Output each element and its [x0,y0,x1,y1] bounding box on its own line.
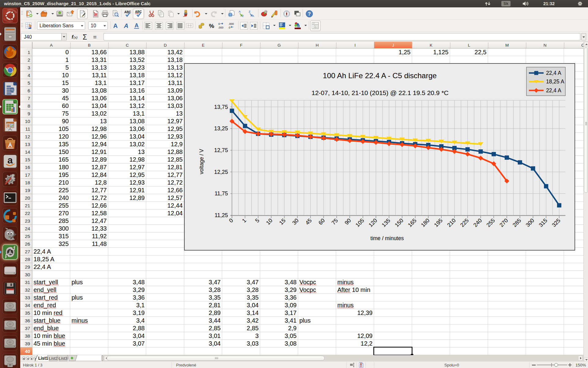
svg-text:10: 10 [62,72,69,79]
svg-text:13,18: 13,18 [129,72,145,79]
svg-text:35: 35 [25,310,30,316]
svg-text:30: 30 [25,272,30,277]
svg-text:18: 18 [25,180,30,185]
svg-text:20: 20 [25,195,30,201]
svg-text:2: 2 [28,57,30,63]
svg-text:List2: List2 [49,356,58,361]
svg-text:22: 22 [25,211,30,216]
svg-text:13,18: 13,18 [167,56,183,63]
svg-text:E: E [202,43,205,48]
svg-text:12,91: 12,91 [129,187,145,194]
svg-text:12,93: 12,93 [129,179,145,186]
svg-text:0: 0 [65,49,69,56]
svg-text:12,09: 12,09 [357,332,372,339]
svg-text:13,13: 13,13 [167,64,183,71]
svg-text:25: 25 [25,234,30,239]
svg-text:13,08: 13,08 [129,118,145,125]
svg-text:12,8: 12,8 [95,179,107,186]
svg-text:105: 105 [58,125,69,132]
svg-text:13: 13 [176,110,183,117]
svg-text:12,97: 12,97 [129,164,145,171]
svg-text:6: 6 [28,88,30,93]
svg-text:165: 165 [58,156,69,163]
svg-text:12: 12 [25,134,30,139]
svg-text:12,66: 12,66 [167,187,183,194]
svg-text:12-07, 14-10, 21-10 (2015) @ 2: 12-07, 14-10, 21-10 (2015) @ 22.1 19.5 2… [311,89,448,96]
svg-text:13: 13 [25,142,30,147]
svg-text:315: 315 [58,233,69,240]
svg-text:100 Ah LiFe 22.4 A - C5 discha: 100 Ah LiFe 22.4 A - C5 discharge [323,71,437,80]
svg-text:voltage / V: voltage / V [198,149,205,174]
svg-text:13,52: 13,52 [129,56,145,63]
svg-text:3,07: 3,07 [133,340,145,347]
svg-text:12,33: 12,33 [91,225,107,232]
svg-text:13,66: 13,66 [91,49,107,56]
svg-text:F: F [240,43,242,48]
svg-text:15: 15 [25,157,30,162]
svg-text:325: 325 [58,240,69,247]
svg-text:13,31: 13,31 [91,56,107,63]
svg-text:12,95: 12,95 [167,125,183,132]
svg-text:240: 240 [58,194,69,201]
svg-text:3,14: 3,14 [247,309,259,316]
svg-text:12,72: 12,72 [91,194,107,201]
svg-text:37: 37 [25,326,30,331]
svg-text:3,36: 3,36 [133,294,145,301]
svg-text:C: C [126,43,129,48]
svg-text:12,96: 12,96 [91,133,107,140]
svg-text:9: 9 [28,111,30,116]
svg-text:1,125: 1,125 [433,49,448,56]
svg-text:3,29: 3,29 [133,286,145,293]
svg-text:26: 26 [25,241,30,247]
svg-text:29: 29 [25,264,30,270]
svg-text:13,23: 13,23 [129,64,145,71]
svg-text:13,1: 13,1 [133,110,145,117]
svg-text:12,57: 12,57 [167,194,183,201]
svg-text:2,85: 2,85 [247,325,259,332]
svg-text:300: 300 [58,225,69,232]
svg-text:12,91: 12,91 [91,148,107,155]
svg-text:12,2: 12,2 [361,340,373,347]
svg-text:K: K [430,43,432,48]
svg-text:12,75: 12,75 [214,147,228,153]
svg-text:1,25: 1,25 [399,49,411,56]
svg-text:18,25 A: 18,25 A [34,256,55,263]
svg-text:255: 255 [58,202,69,209]
svg-text:3,04: 3,04 [209,340,221,347]
svg-text:3,19: 3,19 [133,309,145,316]
svg-text:plus: plus [72,279,83,286]
svg-text:3,01: 3,01 [209,332,221,339]
svg-text:195: 195 [58,171,69,178]
svg-text:M: M [505,43,509,48]
svg-text:13,04: 13,04 [91,102,107,109]
svg-text:21: 21 [25,203,30,208]
svg-text:31: 31 [25,280,30,285]
svg-text:11,92: 11,92 [92,233,107,240]
svg-text:12,47: 12,47 [91,217,107,224]
svg-text:3,05: 3,05 [285,332,297,339]
svg-text:13,09: 13,09 [167,87,183,94]
svg-text:minus: minus [337,279,354,286]
svg-text:11,25: 11,25 [215,212,228,218]
svg-text:32: 32 [25,287,30,293]
svg-text:3,35: 3,35 [209,294,221,301]
svg-text:36: 36 [25,318,30,323]
svg-text:4: 4 [28,73,30,78]
svg-text:13,02: 13,02 [129,141,145,148]
svg-text:13,14: 13,14 [129,95,145,102]
svg-text:3,29: 3,29 [285,286,297,293]
svg-text:13,25: 13,25 [214,125,228,132]
svg-text:13,02: 13,02 [91,110,107,117]
svg-text:12,98: 12,98 [129,156,145,163]
svg-text:10: 10 [25,119,30,124]
svg-text:3: 3 [255,332,258,339]
svg-text:27: 27 [25,249,30,254]
svg-text:2,88: 2,88 [133,325,145,332]
svg-text:12,58: 12,58 [91,210,107,217]
svg-text:40: 40 [25,349,30,354]
svg-text:23: 23 [25,218,30,224]
svg-text:G: G [277,43,281,48]
svg-text:13,75: 13,75 [214,104,228,110]
svg-text:12,84: 12,84 [91,171,107,178]
svg-text:8: 8 [28,103,30,109]
